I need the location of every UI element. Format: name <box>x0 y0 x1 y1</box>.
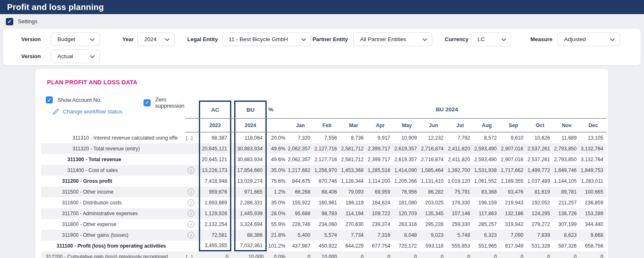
month-value: 587,326 <box>553 241 580 251</box>
table-row: 311900 - Other gains (losses)i72,58188,3… <box>41 230 607 241</box>
row-actions-cell: i <box>185 219 199 230</box>
year-dropdown[interactable]: 2024 <box>137 32 175 46</box>
month-value: 0 <box>580 251 607 258</box>
month-value: 6,323 <box>473 230 500 241</box>
row-actions-cell <box>185 176 199 187</box>
chevron-down-icon <box>301 36 306 41</box>
month-value: 1,414,090 <box>394 165 420 176</box>
ac-value: 13,226,173 <box>199 165 231 176</box>
month-value: 2,411,820 <box>447 143 473 154</box>
info-icon[interactable]: i <box>188 189 194 195</box>
month-value: 450,922 <box>314 241 340 251</box>
account-label: 311900 - Other gains (losses) <box>41 230 185 241</box>
partner-entity-dropdown[interactable]: All Partner Entities <box>353 32 432 46</box>
table-row: 311300 - Total revenue20,645,12130,883,9… <box>41 154 607 165</box>
month-value: 75,791 <box>447 187 473 197</box>
month-value: 2,581,712 <box>340 154 367 165</box>
settings-checkbox[interactable]: ✓ <box>6 18 13 25</box>
month-value: 259,330 <box>447 219 473 230</box>
currency-dropdown[interactable]: LC <box>471 32 511 46</box>
month-value: 1,217,682 <box>287 165 314 176</box>
month-value: 7,556 <box>314 133 340 143</box>
month-value: 2,537,261 <box>527 154 553 165</box>
bu-value: 971,665 <box>234 187 267 197</box>
info-icon[interactable]: i <box>188 221 194 228</box>
month-value: 132,186 <box>500 208 527 219</box>
column-group-percent: % <box>267 101 287 119</box>
month-value: 8,623 <box>553 230 580 241</box>
account-label: 311600 - Distribution costs <box>41 197 185 208</box>
month-value: 83,368 <box>473 187 500 197</box>
percent-value: 101.2% <box>267 241 287 251</box>
row-actions-cell <box>185 241 199 251</box>
table-row: 311200 - Gross profit7,418,94813,029,274… <box>41 176 607 187</box>
month-value: 1,849,753 <box>580 165 607 176</box>
row-actions-cell: [..] <box>185 133 199 143</box>
row-actions-cell: [..] <box>185 251 199 258</box>
row-actions-cell: i <box>185 165 199 176</box>
bu-value: 13,029,274 <box>234 176 267 187</box>
month-value: 117,863 <box>473 208 500 219</box>
legal-entity-value: 11 - Best Bicycle GmbH <box>229 36 288 42</box>
expand-label-icon[interactable]: [..] <box>186 254 193 258</box>
measure-dropdown[interactable]: Adjusted <box>557 32 620 46</box>
chevron-down-icon <box>90 36 94 41</box>
month-value: 89,781 <box>553 187 580 197</box>
month-value: 1,283,011 <box>580 176 607 187</box>
month-value: 593,118 <box>420 241 447 251</box>
table-group-header-row: AC BU % BU 2024 <box>41 101 607 119</box>
month-value: 114,194 <box>340 208 367 219</box>
month-value: 1,114,200 <box>367 176 394 187</box>
ac-value: 3,495,355 <box>199 241 231 251</box>
percent-value: 75.6% <box>267 176 287 187</box>
column-header-2023: 2023 <box>199 119 231 133</box>
expand-label-icon[interactable]: [..] <box>186 135 193 140</box>
account-label: 311200 - Gross profit <box>41 176 185 187</box>
month-value: 870,746 <box>314 176 340 187</box>
month-value: 2,411,820 <box>447 154 473 165</box>
month-value: 344,440 <box>580 219 607 230</box>
month-value: 109,722 <box>367 208 394 219</box>
month-value: 0 <box>447 251 473 258</box>
month-value: 124,295 <box>527 208 553 219</box>
info-icon[interactable]: i <box>188 199 194 206</box>
legal-entity-dropdown[interactable]: 11 - Best Bicycle GmbH <box>222 32 311 46</box>
bu-value: 88,386 <box>234 230 267 241</box>
ac-value: 20,645,121 <box>199 154 231 165</box>
info-icon[interactable]: i <box>188 167 194 174</box>
month-value: 239,374 <box>367 219 394 230</box>
month-value: 135,345 <box>420 208 447 219</box>
table-row: 311100 - Profit (loss) from operating ac… <box>41 241 607 251</box>
month-value: 319,842 <box>500 219 527 230</box>
month-value: 5,574 <box>314 230 340 241</box>
month-value: 0 <box>367 251 394 258</box>
filter-group-legal-entity: Legal Entity 11 - Best Bicycle GmbH <box>187 32 311 46</box>
percent-value: 49.6% <box>267 154 287 165</box>
month-value: 66,268 <box>287 187 314 197</box>
ac-value: 959,676 <box>199 187 231 197</box>
month-value: 8,736 <box>340 133 367 143</box>
month-header: Apr <box>367 119 394 133</box>
info-icon[interactable]: i <box>188 210 194 217</box>
month-value: 155,922 <box>287 197 314 208</box>
month-value: 81,619 <box>527 187 553 197</box>
month-value: 0 <box>340 251 367 258</box>
row-actions-cell <box>185 143 199 154</box>
month-value: 7,792 <box>447 133 473 143</box>
month-value: 86,282 <box>420 187 447 197</box>
version2-dropdown[interactable]: Actual <box>51 49 100 63</box>
info-icon[interactable]: i <box>188 232 194 238</box>
ac-value: 1,129,926 <box>199 208 231 219</box>
month-value: 2,062,357 <box>287 154 314 165</box>
version-dropdown[interactable]: Budget <box>51 32 100 46</box>
month-value: 136,726 <box>553 208 580 219</box>
row-actions-cell: i <box>185 230 199 241</box>
month-value: 236,859 <box>580 197 607 208</box>
version2-value: Actual <box>57 53 73 59</box>
month-value: 531,328 <box>527 241 553 251</box>
percent-value: 0.0% <box>267 251 287 258</box>
month-value: 551,965 <box>473 241 500 251</box>
month-value: 263,316 <box>394 219 420 230</box>
bu-value: 3,324,694 <box>234 219 267 230</box>
page-title: Profit and loss planning <box>7 2 104 12</box>
